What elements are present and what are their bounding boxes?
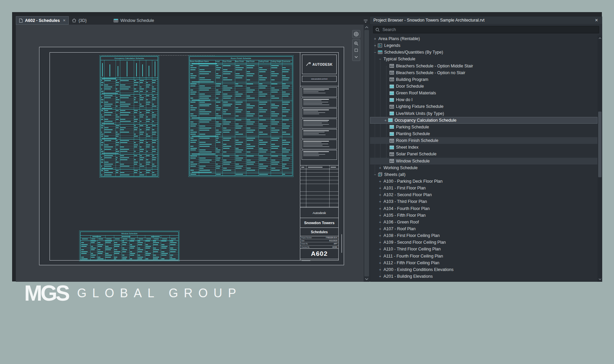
view-tab-a602-schedules[interactable]: A602 - Schedules✕ <box>16 16 69 25</box>
expand-icon[interactable]: + <box>378 268 382 272</box>
zoom-icon[interactable] <box>353 40 360 46</box>
expand-icon[interactable]: + <box>378 213 382 217</box>
tree-item-a109-second-floor-ceiling-plan[interactable]: +A109 - Second Floor Ceiling Plan <box>370 239 597 246</box>
tree-item-a200-existing-conditions-elevations[interactable]: +A200 - Existing Conditions Elevations <box>370 266 597 273</box>
tree-item-a101-first-floor-plan[interactable]: +A101 - First Floor Plan <box>370 185 597 191</box>
tab-list-dropdown-icon[interactable] <box>363 19 368 23</box>
tree-item-how-do-i[interactable]: How do I <box>370 96 597 103</box>
doc-icon <box>19 18 23 23</box>
tree-item-planting-schedule[interactable]: Planting Schedule <box>370 130 597 137</box>
expand-icon[interactable]: + <box>378 186 382 190</box>
canvas-scrollbar-thumb[interactable] <box>364 30 369 276</box>
occupancy-calculation-schedule-table[interactable]: Occupancy Calculation Schedule <box>100 56 158 177</box>
tree-item-a107-roof-plan[interactable]: +A107 - Roof Plan <box>370 225 597 232</box>
tree-item-live-work-units-by-type[interactable]: Live/Work Units (by Type) <box>370 110 597 117</box>
expand-icon[interactable]: + <box>373 43 377 48</box>
sheet-view-a602[interactable]: Occupancy Calculation Schedule Room Fini… <box>39 47 344 265</box>
cell-text-chip <box>271 138 279 139</box>
room-finish-schedule-table[interactable]: Room Finish ScheduleRoom NumberRoom Name… <box>189 56 293 176</box>
tree-item-a111-fourth-floor-ceiling-plan[interactable]: +A111 - Fourth Floor Ceiling Plan <box>370 253 597 260</box>
tree-item-door-schedule[interactable]: Door Schedule <box>370 83 597 90</box>
tree-item-legends[interactable]: +Legends <box>370 42 597 49</box>
pan-icon[interactable] <box>353 47 360 53</box>
search-input[interactable] <box>382 27 597 32</box>
tree-item-a108-first-floor-ceiling-plan[interactable]: +A108 - First Floor Ceiling Plan <box>370 232 597 239</box>
expand-icon[interactable]: + <box>378 227 382 231</box>
cell-text-chip <box>282 80 288 80</box>
tree-item-occupancy-calculation-schedule[interactable]: +Occupancy Calculation Schedule <box>370 117 597 124</box>
cell-text-chip <box>199 94 205 94</box>
tree-item-typical-schedule[interactable]: −Typical Schedule <box>370 56 597 62</box>
expand-icon[interactable]: + <box>383 118 388 122</box>
expand-icon[interactable]: + <box>378 240 382 244</box>
expand-icon[interactable]: + <box>378 193 382 197</box>
view-tab-window-schedule[interactable]: Window Schedule <box>111 16 157 25</box>
steering-wheel-icon[interactable] <box>352 30 360 38</box>
tree-item-a102-second-floor-plan[interactable]: +A102 - Second Floor Plan <box>370 191 597 198</box>
expand-icon[interactable]: + <box>378 179 382 183</box>
tree-item-a100-parking-deck-floor-plan[interactable]: +A100 - Parking Deck Floor Plan <box>370 178 597 185</box>
tree-item-a112-fifth-floor-ceiling-plan[interactable]: +A112 - Fifth Floor Ceiling Plan <box>370 260 597 266</box>
expand-icon[interactable]: + <box>378 274 382 278</box>
tab-close-icon[interactable]: ✕ <box>63 19 66 22</box>
cell-text-chip <box>98 253 102 254</box>
cell-text-chip <box>282 144 289 145</box>
tree-item-a106-green-roof[interactable]: +A106 - Green Roof <box>370 219 597 225</box>
consultant-box <box>302 140 337 149</box>
search-box[interactable] <box>373 26 599 33</box>
cell-text-chip <box>114 253 119 254</box>
expand-icon[interactable]: + <box>378 166 382 170</box>
cell-text-chip <box>146 82 148 83</box>
cell-text-chip <box>236 126 243 126</box>
tree-item-bleachers-schedule-option-no-stair[interactable]: Bleachers Schedule - Option no Stair <box>370 69 597 76</box>
view-tab-3d[interactable]: {3D} <box>69 16 90 25</box>
tree-item-building-program[interactable]: Building Program <box>370 76 597 83</box>
expand-icon[interactable]: + <box>378 207 382 211</box>
panel-scrollbar-thumb[interactable] <box>598 112 602 177</box>
panel-scroll-up-icon[interactable] <box>597 36 602 40</box>
expand-icon[interactable]: + <box>378 261 382 265</box>
tree-item-room-finish-schedule[interactable]: Room Finish Schedule <box>370 137 597 144</box>
tree-item-working-schedule[interactable]: +Working Schedule <box>370 164 597 171</box>
collapse-icon[interactable]: − <box>378 57 382 61</box>
tree-item-schedules-quantities-by-type[interactable]: −Schedules/Quantities (By Type) <box>370 49 597 56</box>
expand-icon[interactable]: + <box>378 220 382 224</box>
cell-text-chip <box>223 86 227 86</box>
tree-item-area-plans-rentable[interactable]: +Area Plans (Rentable) <box>370 35 597 42</box>
navbar-chevron-down-icon[interactable] <box>353 54 360 60</box>
tree-item-solar-panel-schedule[interactable]: Solar Panel Schedule <box>370 151 597 157</box>
tree-item-label: Door Schedule <box>396 84 424 89</box>
tree-item-parking-schedule[interactable]: Parking Schedule <box>370 124 597 130</box>
tree-item-a110-third-floor-ceiling-plan[interactable]: +A110 - Third Floor Ceiling Plan <box>370 246 597 252</box>
project-browser-titlebar[interactable]: Project Browser - Snowdon Towers Sample … <box>370 17 602 24</box>
expand-icon[interactable]: + <box>378 234 382 238</box>
tree-item-a104-fourth-floor-plan[interactable]: +A104 - Fourth Floor Plan <box>370 205 597 212</box>
tree-item-a103-third-floor-plan[interactable]: +A103 - Third Floor Plan <box>370 198 597 205</box>
scroll-up-icon[interactable] <box>364 25 370 30</box>
tree-item-a105-fifth-floor-plan[interactable]: +A105 - Fifth Floor Plan <box>370 212 597 219</box>
tree-item-lighting-fixture-schedule[interactable]: Lighting Fixture Schedule <box>370 103 597 110</box>
canvas-vertical-scrollbar[interactable] <box>364 25 370 282</box>
tree-item-bleachers-schedule-option-middle-stair[interactable]: Bleachers Schedule - Option Middle Stair <box>370 63 597 69</box>
tree-item-sheets-all[interactable]: −Sheets (all) <box>370 171 597 178</box>
cell-text-chip <box>223 69 227 70</box>
panel-scroll-down-icon[interactable] <box>597 277 602 281</box>
cell-text-chip <box>120 104 130 104</box>
tree-item-a201-building-elevations[interactable]: +A201 - Building Elevations <box>370 273 597 280</box>
tree-item-sheet-index[interactable]: Sheet Index <box>370 144 597 151</box>
expand-icon[interactable]: + <box>378 200 382 204</box>
panel-scrollbar[interactable] <box>597 35 602 282</box>
cell-text-chip <box>152 172 154 173</box>
expand-icon[interactable]: + <box>378 247 382 251</box>
window-schedule-table[interactable]: Window Schedule <box>80 232 179 260</box>
collapse-icon[interactable]: − <box>373 173 377 177</box>
tree-item-window-schedule[interactable]: Window Schedule <box>370 158 597 164</box>
close-icon[interactable]: ✕ <box>594 18 599 23</box>
expand-icon[interactable]: + <box>373 37 377 41</box>
expand-icon[interactable]: + <box>378 254 382 258</box>
collapse-icon[interactable]: − <box>373 50 377 54</box>
drawing-area[interactable]: Occupancy Calculation Schedule Room Fini… <box>16 25 364 282</box>
tree-item-green-roof-materials[interactable]: Green Roof Materials <box>370 90 597 96</box>
scroll-down-icon[interactable] <box>364 277 370 281</box>
title-block[interactable]: AUTODESK www.autodesk.com/revit Autodesk… <box>300 52 339 261</box>
